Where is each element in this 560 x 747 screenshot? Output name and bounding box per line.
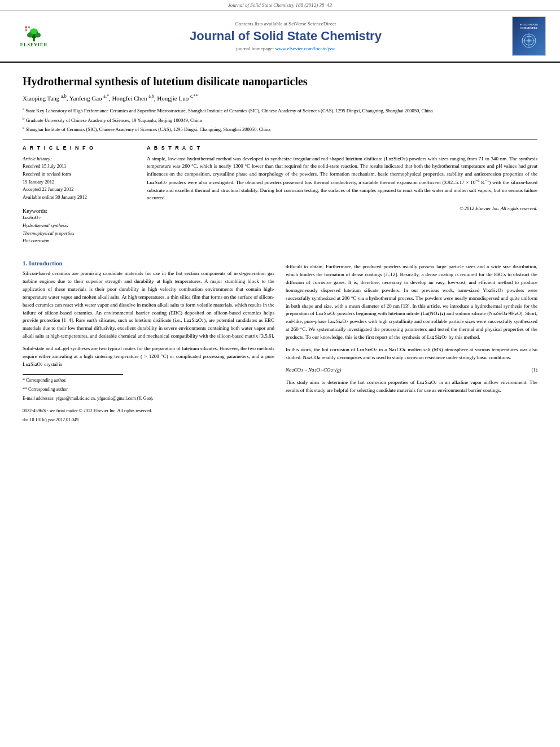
svg-point-4: [30, 28, 38, 34]
article-info-abstract: A R T I C L E I N F O Article history: R…: [23, 145, 537, 245]
elsevier-tree-icon: [23, 25, 45, 42]
equation-number: (1): [532, 366, 538, 374]
footnote-doi: doi:10.1016/j.jssc.2012.01.049: [23, 417, 274, 423]
article-info-column: A R T I C L E I N F O Article history: R…: [23, 145, 135, 245]
right-paragraph-3: This study aims to determine the hot cor…: [286, 379, 537, 395]
affiliation-b: b Graduate University of Chinese Academy…: [23, 116, 537, 124]
keyword-1: Lu₂Si₂O₇: [23, 214, 135, 222]
cover-title: SOLID STATE CHEMISTRY: [515, 23, 543, 30]
journal-homepage: journal homepage: www.elsevier.com/locat…: [68, 46, 504, 51]
affiliation-c: c Shanghai Institute of Ceramics (SIC), …: [23, 125, 537, 133]
body-content: 1. Introduction Silicon-based ceramics a…: [23, 254, 537, 423]
equation-row: Na₂CO₃→Na₂O+CO₂↑(g) (1): [286, 366, 537, 374]
elsevier-logo: ELSEVIER: [11, 22, 56, 50]
revised-date: Received in revised form19 January 2012: [23, 171, 135, 186]
equation-text: Na₂CO₃→Na₂O+CO₂↑(g): [286, 366, 342, 374]
author-2: Yanfeng Gao a,*: [69, 95, 109, 102]
received-date: Received 15 July 2011: [23, 163, 135, 171]
keywords-label: Keywords:: [23, 208, 135, 214]
abstract-header: A B S T R A C T: [147, 145, 537, 151]
keyword-4: Hot corrosion: [23, 237, 135, 245]
svg-rect-5: [25, 26, 27, 28]
keyword-2: Hydrothermal synthesis: [23, 222, 135, 230]
section-1-title: 1. Introduction: [23, 260, 274, 267]
sciverse-line: Contents lists available at SciVerse Sci…: [68, 21, 504, 27]
svg-rect-6: [28, 26, 30, 28]
article-info-header: A R T I C L E I N F O: [23, 145, 135, 151]
elsevier-text: ELSEVIER: [20, 42, 47, 47]
journal-cover: SOLID STATE CHEMISTRY: [512, 16, 546, 56]
history-label: Article history:: [23, 155, 135, 163]
abstract-text: A simple, low-cost hydrothermal method w…: [147, 155, 537, 202]
journal-title: Journal of Solid State Chemistry: [68, 29, 504, 43]
author-1: Xiaoping Tang a,b: [23, 95, 67, 102]
header-logo: ELSEVIER: [11, 22, 62, 50]
article-title: Hydrothermal synthesis of lutetium disil…: [23, 74, 537, 89]
footnote-email: E-mail addresses: yfgao@mail.sic.ac.cn, …: [23, 395, 274, 402]
journal-bar: Journal of Solid State Chemistry 188 (20…: [0, 0, 560, 11]
intro-paragraph-1: Silicon-based ceramics are promising can…: [23, 270, 274, 340]
svg-rect-0: [33, 37, 34, 41]
header: ELSEVIER Contents lists available at Sci…: [0, 11, 560, 63]
online-date: Available online 30 January 2012: [23, 194, 135, 202]
intro-paragraph-2: Solid-state and sol–gel syntheses are tw…: [23, 345, 274, 369]
svg-rect-7: [25, 29, 27, 30]
header-center: Contents lists available at SciVerse Sci…: [68, 21, 504, 51]
copyright-line: © 2012 Elsevier Inc. All rights reserved…: [147, 206, 537, 211]
body-left-column: 1. Introduction Silicon-based ceramics a…: [23, 254, 274, 423]
keywords-section: Keywords: Lu₂Si₂O₇ Hydrothermal synthesi…: [23, 208, 135, 244]
main-content: Hydrothermal synthesis of lutetium disil…: [0, 63, 560, 435]
affiliations: a State Key Laboratory of High Performan…: [23, 106, 537, 133]
affiliation-a: a State Key Laboratory of High Performan…: [23, 106, 537, 115]
section-divider: [23, 139, 537, 139]
header-right: SOLID STATE CHEMISTRY: [509, 16, 549, 56]
journal-citation: Journal of Solid State Chemistry 188 (20…: [228, 2, 332, 8]
footnote-corresponding-1: * Corresponding author.: [23, 377, 274, 384]
keyword-3: Thermophysical properties: [23, 230, 135, 238]
right-paragraph-1: difficult to obtain. Furthermore, the pr…: [286, 263, 537, 342]
journal-homepage-link[interactable]: www.elsevier.com/locate/jssc: [275, 46, 335, 51]
footnote-corresponding-2: ** Corresponding author.: [23, 386, 274, 393]
authors: Xiaoping Tang a,b, Yanfeng Gao a,*, Hong…: [23, 93, 537, 103]
article-history: Article history: Received 15 July 2011 R…: [23, 155, 135, 202]
author-3: Hongfei Chen a,b: [112, 95, 154, 102]
accepted-date: Accepted 22 January 2012: [23, 186, 135, 194]
abstract-column: A B S T R A C T A simple, low-cost hydro…: [147, 145, 537, 245]
right-paragraph-2: In this work, the hot corrosion of Lu₂Si…: [286, 346, 537, 362]
footnote-issn: 0022-4596/$ - see front matter © 2012 El…: [23, 408, 274, 414]
cover-decoration-icon: [520, 32, 537, 49]
body-right-column: difficult to obtain. Furthermore, the pr…: [286, 254, 537, 423]
svg-point-12: [527, 39, 531, 42]
author-4: Hongjie Luo c,**: [157, 95, 198, 102]
footnote-divider: [23, 374, 123, 375]
